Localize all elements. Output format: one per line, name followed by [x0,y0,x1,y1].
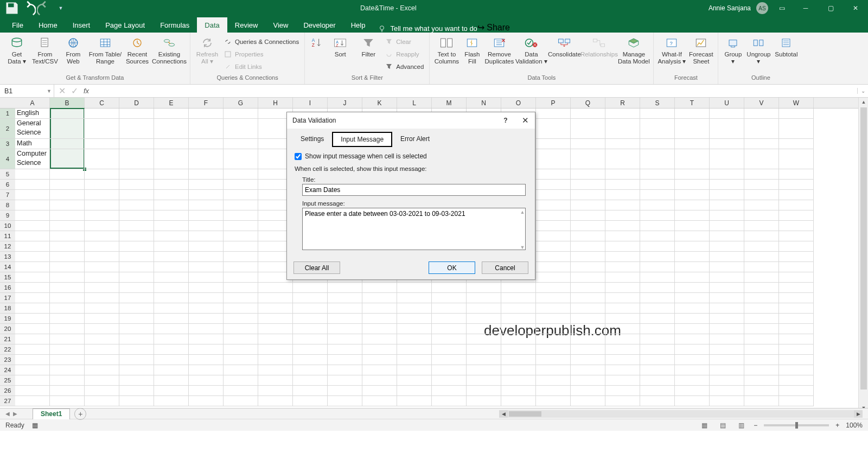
cell-V18[interactable] [744,303,779,314]
cell-R25[interactable] [605,375,640,386]
vscroll-thumb[interactable] [860,107,867,390]
cell-R14[interactable] [605,262,640,272]
cell-E13[interactable] [154,252,189,262]
cell-W25[interactable] [779,375,814,386]
cell-C8[interactable] [85,200,119,210]
cell-A22[interactable] [15,344,50,355]
cell-T2[interactable] [675,119,710,139]
cell-U26[interactable] [710,386,744,396]
cell-A11[interactable] [15,231,50,241]
cell-M24[interactable] [432,365,467,375]
show-input-message-checkbox[interactable]: Show input message when cell is selected [295,152,527,160]
cell-B4[interactable] [50,149,85,169]
tell-me[interactable]: Tell me what you want to do [373,24,477,33]
cell-Q3[interactable] [571,139,605,149]
cell-F22[interactable] [189,344,224,355]
cell-V19[interactable] [744,314,779,324]
cell-F12[interactable] [189,241,224,252]
cell-I17[interactable] [293,293,328,303]
cell-W12[interactable] [779,241,814,252]
cell-A26[interactable] [15,386,50,396]
cell-M19[interactable] [432,314,467,324]
cell-B26[interactable] [50,386,85,396]
cell-R1[interactable] [605,108,640,119]
cell-I22[interactable] [293,344,328,355]
cell-M27[interactable] [432,396,467,406]
row-header-22[interactable]: 22 [0,344,15,355]
cell-K17[interactable] [362,293,397,303]
cell-W18[interactable] [779,303,814,314]
col-header-P[interactable]: P [536,98,571,108]
cell-N17[interactable] [467,293,501,303]
tab-insert[interactable]: Insert [65,17,98,33]
cell-F23[interactable] [189,355,224,365]
cell-S15[interactable] [640,272,675,283]
chevron-down-icon[interactable]: ▼ [47,88,52,94]
cell-M20[interactable] [432,324,467,334]
cell-H19[interactable] [258,314,293,324]
cell-V15[interactable] [744,272,779,283]
cell-T27[interactable] [675,396,710,406]
cell-B22[interactable] [50,344,85,355]
cell-A24[interactable] [15,365,50,375]
row-header-2[interactable]: 2 [0,119,15,139]
flash-fill-button[interactable]: Flash Fill [461,34,483,65]
scroll-left-icon[interactable]: ◀ [499,410,508,418]
cell-M26[interactable] [432,386,467,396]
cell-B2[interactable] [50,119,85,139]
cell-R3[interactable] [605,139,640,149]
cell-C1[interactable] [85,108,119,119]
cell-U13[interactable] [710,252,744,262]
prev-sheet-icon[interactable]: ◀ [5,411,10,417]
cell-J27[interactable] [328,396,362,406]
cell-I20[interactable] [293,324,328,334]
cell-K19[interactable] [362,314,397,324]
col-header-U[interactable]: U [710,98,744,108]
zoom-out-icon[interactable]: − [754,422,757,429]
cell-P13[interactable] [536,252,571,262]
tab-data[interactable]: Data [197,17,227,33]
cell-N16[interactable] [467,283,501,293]
cell-B24[interactable] [50,365,85,375]
sort-asc-button[interactable]: AZ [308,34,326,50]
cell-S10[interactable] [640,221,675,231]
cell-T11[interactable] [675,231,710,241]
cell-B21[interactable] [50,334,85,344]
cell-I24[interactable] [293,365,328,375]
properties-button[interactable]: Properties [222,48,301,60]
row-header-13[interactable]: 13 [0,252,15,262]
cell-U3[interactable] [710,139,744,149]
cell-M23[interactable] [432,355,467,365]
cell-W17[interactable] [779,293,814,303]
cell-N20[interactable] [467,324,501,334]
sheet-tab-sheet1[interactable]: Sheet1 [33,408,70,419]
cell-P22[interactable] [536,344,571,355]
cell-E4[interactable] [154,149,189,169]
ungroup-button[interactable]: Ungroup ▾ [745,34,771,65]
cell-W24[interactable] [779,365,814,375]
cell-L18[interactable] [397,303,432,314]
zoom-in-icon[interactable]: + [835,422,839,429]
cell-Q5[interactable] [571,169,605,180]
cell-M21[interactable] [432,334,467,344]
row-header-10[interactable]: 10 [0,221,15,231]
col-header-J[interactable]: J [328,98,362,108]
cell-A9[interactable] [15,210,50,221]
cell-B27[interactable] [50,396,85,406]
cell-V8[interactable] [744,200,779,210]
row-header-18[interactable]: 18 [0,303,15,314]
cell-V12[interactable] [744,241,779,252]
cell-S12[interactable] [640,241,675,252]
cell-O22[interactable] [501,344,536,355]
cell-P7[interactable] [536,190,571,200]
cell-U22[interactable] [710,344,744,355]
cell-L16[interactable] [397,283,432,293]
cell-V5[interactable] [744,169,779,180]
close-button[interactable]: ✕ [843,0,868,16]
cell-S13[interactable] [640,252,675,262]
existing-connections-button[interactable]: Existing Connections [152,34,187,65]
cell-W3[interactable] [779,139,814,149]
cell-Q14[interactable] [571,262,605,272]
cell-R19[interactable] [605,314,640,324]
cell-H23[interactable] [258,355,293,365]
